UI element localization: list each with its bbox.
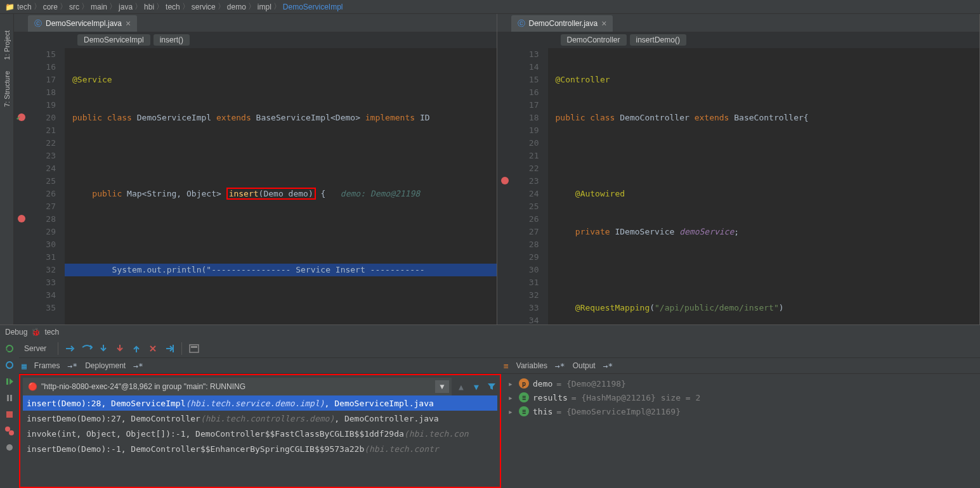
stack-frame-row[interactable]: insertDemo(Demo):27, DemoController (hbi… — [23, 411, 497, 426]
evaluate-icon[interactable] — [187, 342, 201, 356]
svg-rect-0 — [6, 378, 8, 385]
svg-rect-1 — [7, 395, 9, 401]
prev-frame-icon[interactable]: ▲ — [455, 381, 467, 392]
svg-point-6 — [6, 444, 13, 451]
stack-frame-row[interactable]: invoke(int, Object, Object[]):-1, DemoCo… — [23, 426, 497, 441]
svg-point-5 — [9, 430, 14, 435]
tab-demoserviceimpl[interactable]: ⓒ DemoServiceImpl.java × — [28, 15, 137, 32]
bug-icon: 🐞 — [31, 328, 41, 337]
mute-breakpoints-icon[interactable] — [4, 442, 15, 453]
editor-splitter: ⓒ DemoServiceImpl.java × DemoServiceImpl… — [14, 14, 980, 324]
step-into-icon[interactable] — [96, 342, 110, 356]
variable-row[interactable]: ▸p demo = {Demo@21198} — [506, 376, 975, 390]
frames-tab[interactable]: Frames — [28, 359, 67, 372]
folder-icon: 📁 — [5, 3, 14, 11]
variable-row[interactable]: ▸≡ this = {DemoServiceImpl@21169} — [506, 404, 975, 418]
force-step-into-icon[interactable] — [113, 342, 127, 356]
editor-left: ⓒ DemoServiceImpl.java × DemoServiceImpl… — [14, 14, 497, 324]
gutter-right[interactable]: 13141516 1718192021 222324 2526 27282930… — [497, 48, 548, 324]
tab-democontroller[interactable]: ⓒ DemoController.java × — [511, 15, 613, 32]
svg-point-4 — [5, 427, 10, 432]
svg-rect-7 — [173, 345, 174, 352]
stop-icon[interactable] — [4, 409, 15, 420]
svg-rect-8 — [190, 345, 199, 352]
pause-icon[interactable] — [4, 392, 15, 404]
debug-title-label: Debug — [5, 328, 27, 337]
debug-panel: Debug 🐞 tech Server — [0, 324, 980, 488]
structure-tool[interactable]: 7: Structure — [3, 67, 11, 111]
variable-row[interactable]: ▸≡ results = {HashMap@21216} size = 2 — [506, 390, 975, 404]
svg-rect-2 — [10, 395, 12, 401]
rerun-icon[interactable] — [4, 343, 15, 354]
gutter-left[interactable]: 151617 1819 20212223 24252627 28293031 3… — [14, 48, 65, 324]
refresh-icon[interactable] — [4, 359, 15, 371]
code-right[interactable]: @Controller public class DemoController … — [548, 48, 980, 324]
frames-pane: 🔴 "http-nio-8080-exec-24"@18,962 in grou… — [19, 374, 501, 488]
server-label: Server — [24, 344, 46, 353]
debug-left-buttons — [0, 339, 19, 488]
variables-tab[interactable]: Variables — [510, 359, 554, 372]
run-to-cursor-icon[interactable] — [162, 342, 176, 356]
thread-selector[interactable]: 🔴 "http-nio-8080-exec-24"@18,962 in grou… — [23, 378, 452, 395]
drop-frame-icon[interactable] — [146, 342, 160, 356]
close-icon[interactable]: × — [601, 18, 606, 29]
svg-rect-3 — [6, 411, 13, 418]
close-icon[interactable]: × — [126, 18, 131, 29]
frames-tab-icon: ▦ — [22, 361, 27, 371]
stack-frame-row[interactable]: insert(Demo):28, DemoServiceImpl (hbi.te… — [23, 395, 497, 411]
stack-frame-row[interactable]: insertDemo(Demo):-1, DemoController$$Enh… — [23, 441, 497, 456]
project-tool[interactable]: 1: Project — [3, 27, 11, 63]
deployment-tab[interactable]: Deployment — [79, 359, 132, 372]
show-exec-point-icon[interactable] — [63, 342, 77, 356]
variables-pane: ▸p demo = {Demo@21198}▸≡ results = {Hash… — [501, 374, 980, 488]
svg-rect-9 — [191, 346, 197, 348]
step-out-icon[interactable] — [129, 342, 143, 356]
breakpoint-icon: 🔴 — [28, 382, 37, 391]
output-tab[interactable]: Output — [566, 359, 602, 372]
breakpoints-icon[interactable] — [4, 425, 15, 437]
resume-icon[interactable] — [4, 376, 15, 387]
editor-right: ⓒ DemoController.java × DemoController i… — [497, 14, 981, 324]
stack-icon: ≡ — [504, 361, 509, 371]
filter-frames-icon[interactable] — [486, 381, 497, 392]
class-icon: ⓒ — [34, 18, 42, 29]
code-left[interactable]: @Service public class DemoServiceImpl ex… — [65, 48, 497, 324]
chevron-down-icon[interactable]: ▼ — [435, 380, 449, 393]
breadcrumb: 📁tech〉 core〉 src〉 main〉 java〉 hbi〉 tech〉… — [0, 0, 980, 14]
class-icon: ⓒ — [518, 18, 525, 29]
step-over-icon[interactable] — [80, 342, 94, 356]
next-frame-icon[interactable]: ▼ — [471, 381, 482, 392]
